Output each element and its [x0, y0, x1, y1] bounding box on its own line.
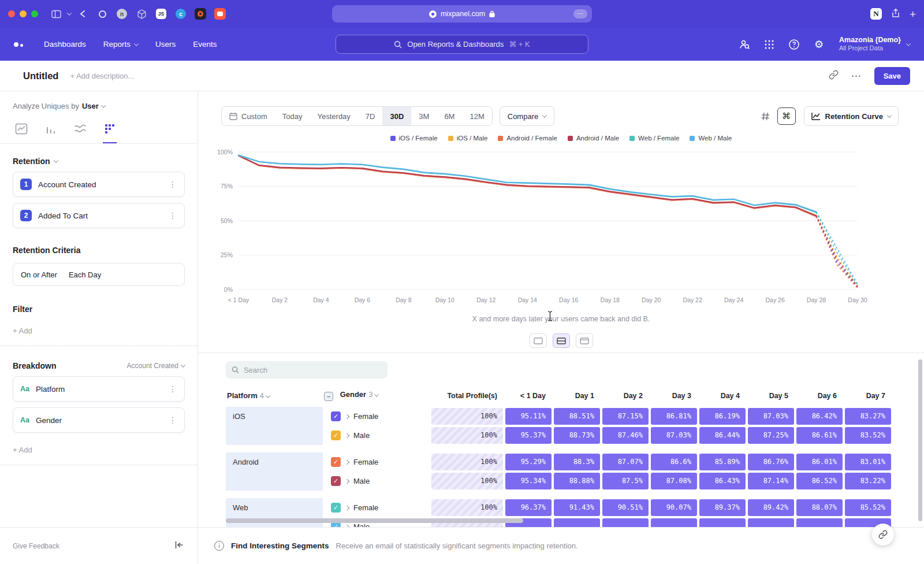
- breakdown-card[interactable]: Aa Platform ⋮: [13, 376, 185, 402]
- retention-criteria-card[interactable]: On or After Each Day: [13, 263, 185, 286]
- legend-item[interactable]: iOS / Male: [448, 135, 488, 142]
- retention-value-cell[interactable]: 87.5%: [601, 472, 650, 491]
- retention-value-cell[interactable]: 89.37%: [698, 498, 747, 517]
- extension-c-icon[interactable]: c: [174, 8, 187, 20]
- column-header[interactable]: Day 3: [650, 387, 698, 407]
- tab-flows[interactable]: [73, 120, 88, 143]
- retention-value-cell[interactable]: 90.51%: [601, 498, 650, 517]
- retention-value-cell[interactable]: [650, 517, 698, 527]
- retention-value-cell[interactable]: 87.07%: [601, 452, 650, 472]
- retention-value-cell[interactable]: 86.01%: [795, 452, 844, 472]
- retention-section-heading[interactable]: Retention: [13, 157, 185, 166]
- retention-value-cell[interactable]: 87.14%: [747, 472, 795, 491]
- project-selector[interactable]: Amazonia {Demo} All Project Data: [837, 36, 910, 53]
- view-chart-only-button[interactable]: [530, 333, 547, 348]
- platform-column-header[interactable]: Platform4: [226, 387, 323, 407]
- breakdown-card[interactable]: Aa Gender ⋮: [13, 407, 185, 433]
- legend-item[interactable]: iOS / Female: [390, 135, 438, 142]
- collapse-sidebar-icon[interactable]: [174, 541, 184, 551]
- column-header[interactable]: Day 7: [844, 387, 892, 407]
- row-checkbox[interactable]: ✓: [331, 503, 341, 513]
- breakdown-scope-selector[interactable]: Account Created: [127, 362, 185, 370]
- retention-value-cell[interactable]: 88.51%: [553, 407, 601, 426]
- hash-icon-button[interactable]: [757, 107, 775, 125]
- retention-value-cell[interactable]: 96.37%: [504, 498, 553, 517]
- extension-cube-icon[interactable]: [135, 8, 148, 20]
- new-tab-icon[interactable]: +: [910, 9, 916, 20]
- apps-grid-icon[interactable]: [762, 38, 776, 51]
- report-title[interactable]: Untitled: [23, 70, 58, 81]
- close-window-button[interactable]: [8, 10, 15, 17]
- extension-video-icon[interactable]: [214, 8, 226, 20]
- gender-cell[interactable]: ✓Female: [323, 498, 430, 517]
- column-header[interactable]: Day 4: [698, 387, 747, 407]
- retention-value-cell[interactable]: 87.46%: [601, 426, 650, 445]
- retention-value-cell[interactable]: 86.76%: [747, 452, 795, 472]
- notion-icon[interactable]: N: [870, 8, 882, 20]
- retention-value-cell[interactable]: [601, 517, 650, 527]
- column-header[interactable]: Day 2: [601, 387, 650, 407]
- row-checkbox[interactable]: ✓: [331, 411, 341, 421]
- chevron-down-icon[interactable]: [67, 10, 72, 15]
- range-option-3m[interactable]: 3M: [411, 107, 437, 125]
- maximize-window-button[interactable]: [31, 10, 38, 17]
- criteria-each-day[interactable]: Each Day: [69, 270, 101, 279]
- retention-value-cell[interactable]: 95.34%: [504, 472, 553, 491]
- step-event-label[interactable]: Added To Cart: [38, 212, 88, 220]
- add-filter-button[interactable]: + Add: [13, 326, 185, 335]
- retention-value-cell[interactable]: 83.22%: [844, 472, 892, 491]
- nav-dashboards[interactable]: Dashboards: [44, 40, 86, 49]
- breakdown-label[interactable]: Platform: [36, 385, 65, 394]
- expand-chevron-icon[interactable]: [345, 459, 349, 464]
- retention-value-cell[interactable]: 86.43%: [698, 472, 747, 491]
- step-menu-icon[interactable]: ⋮: [169, 180, 177, 189]
- retention-value-cell[interactable]: 86.6%: [650, 452, 698, 472]
- gender-cell[interactable]: ✓Female: [323, 452, 430, 472]
- gender-cell[interactable]: ✓Male: [323, 472, 430, 491]
- expand-chevron-icon[interactable]: [345, 524, 349, 527]
- back-button[interactable]: [75, 6, 90, 21]
- save-button[interactable]: Save: [874, 67, 910, 85]
- address-bar[interactable]: mixpanel.com ⋯: [332, 5, 592, 23]
- column-header[interactable]: Day 6: [795, 387, 844, 407]
- retention-value-cell[interactable]: 86.81%: [650, 407, 698, 426]
- gender-cell[interactable]: ✓Female: [323, 407, 430, 426]
- retention-value-cell[interactable]: 87.08%: [650, 472, 698, 491]
- legend-item[interactable]: Android / Female: [498, 135, 557, 142]
- criteria-on-or-after[interactable]: On or After: [21, 270, 57, 279]
- retention-value-cell[interactable]: 89.42%: [747, 498, 795, 517]
- range-option-custom[interactable]: Custom: [222, 107, 275, 125]
- retention-value-cell[interactable]: [795, 517, 844, 527]
- nav-users[interactable]: Users: [155, 40, 176, 49]
- select-all-checkbox[interactable]: –: [324, 392, 333, 401]
- retention-chart[interactable]: 0%25%50%75%100%< 1 DayDay 2Day 4Day 6Day…: [206, 145, 876, 309]
- column-header[interactable]: Day 5: [747, 387, 795, 407]
- retention-value-cell[interactable]: 85.52%: [844, 498, 892, 517]
- expand-chevron-icon[interactable]: [345, 505, 349, 510]
- view-table-only-button[interactable]: [576, 333, 593, 348]
- minimize-window-button[interactable]: [20, 10, 27, 17]
- extension-js-icon[interactable]: JS: [155, 8, 167, 20]
- retention-value-cell[interactable]: 90.07%: [650, 498, 698, 517]
- nav-reports[interactable]: Reports: [103, 40, 138, 49]
- range-option-yesterday[interactable]: Yesterday: [310, 107, 358, 125]
- expand-chevron-icon[interactable]: [345, 414, 349, 418]
- command-icon-button[interactable]: ⌘: [777, 107, 796, 125]
- retention-value-cell[interactable]: 86.61%: [795, 426, 844, 445]
- breakdown-menu-icon[interactable]: ⋮: [169, 384, 177, 394]
- retention-value-cell[interactable]: 83.52%: [844, 426, 892, 445]
- breakdown-label[interactable]: Gender: [36, 416, 62, 425]
- extension-orange-ring-icon[interactable]: [194, 8, 207, 20]
- retention-value-cell[interactable]: 86.44%: [698, 426, 747, 445]
- range-option-6m[interactable]: 6M: [437, 107, 462, 125]
- expand-chevron-icon[interactable]: [345, 433, 349, 437]
- analyze-value[interactable]: User: [82, 102, 99, 110]
- range-option-today[interactable]: Today: [275, 107, 310, 125]
- table-horizontal-scrollbar[interactable]: [226, 518, 523, 523]
- table-vertical-scrollbar[interactable]: [918, 359, 922, 521]
- legend-item[interactable]: Web / Female: [629, 135, 679, 142]
- retention-value-cell[interactable]: 83.01%: [844, 452, 892, 472]
- retention-value-cell[interactable]: [698, 517, 747, 527]
- legend-item[interactable]: Web / Male: [690, 135, 732, 142]
- add-breakdown-button[interactable]: + Add: [13, 446, 185, 454]
